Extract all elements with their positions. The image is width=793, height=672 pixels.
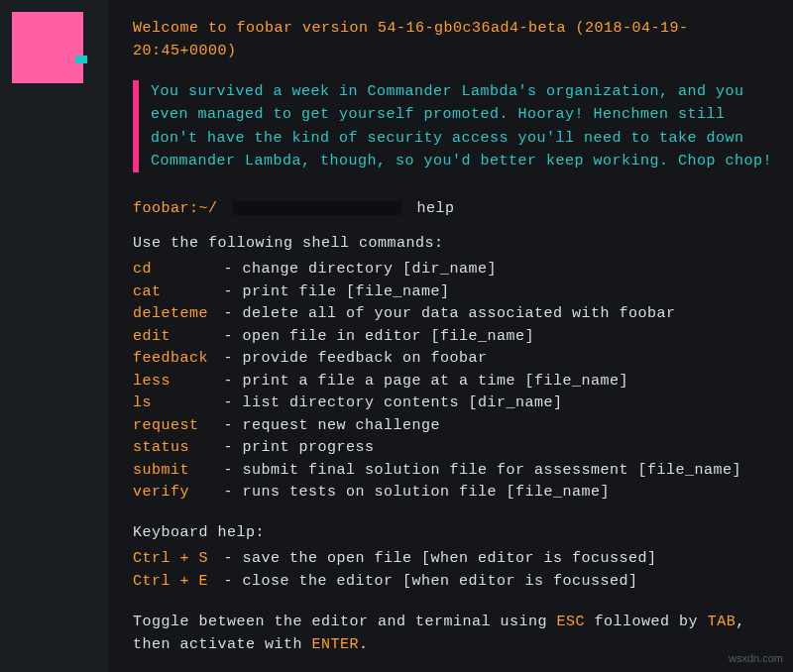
toggle-text: Toggle between the editor and terminal u… <box>133 614 557 630</box>
command-sep: - <box>214 305 243 322</box>
command-row: deleteme - delete all of your data assoc… <box>133 303 773 326</box>
command-desc: print a file a page at a time [file_name… <box>243 373 629 390</box>
keyboard-list: Ctrl + S - save the open file [when edit… <box>133 548 773 593</box>
command-list: cd - change directory [dir_name] cat - p… <box>133 259 773 504</box>
keyboard-intro: Keyboard help: <box>133 522 773 545</box>
command-desc: open file in editor [file_name] <box>243 328 535 345</box>
command-sep: - <box>214 328 243 345</box>
command-desc: runs tests on solution file [file_name] <box>243 484 611 501</box>
keyboard-sep: - <box>214 573 243 590</box>
keyboard-desc: save the open file [when editor is focus… <box>243 550 657 567</box>
command-row: feedback - provide feedback on foobar <box>133 348 773 371</box>
command-sep: - <box>214 484 243 501</box>
command-sep: - <box>214 439 243 456</box>
command-row: status - print progress <box>133 437 773 460</box>
command-name: deleteme <box>133 303 214 326</box>
command-sep: - <box>214 373 243 390</box>
avatar <box>12 12 83 83</box>
esc-key: ESC <box>557 614 586 630</box>
sidebar <box>0 0 109 672</box>
keyboard-desc: close the editor [when editor is focusse… <box>243 573 638 590</box>
command-row: request - request new challenge <box>133 415 773 438</box>
watermark: wsxdn.com <box>729 650 783 667</box>
enter-key: ENTER <box>312 636 360 653</box>
prompt-path: foobar:~/ <box>133 200 218 217</box>
command-sep: - <box>214 283 243 300</box>
keyboard-row: Ctrl + E - close the editor [when editor… <box>133 571 773 594</box>
command-name: status <box>133 437 214 460</box>
keyboard-row: Ctrl + S - save the open file [when edit… <box>133 548 773 571</box>
command-sep: - <box>214 417 243 434</box>
command-desc: print file [file_name] <box>243 283 450 300</box>
keyboard-combo: Ctrl + S <box>133 548 214 571</box>
command-row: cd - change directory [dir_name] <box>133 259 773 281</box>
command-sep: - <box>214 394 243 411</box>
command-name: submit <box>133 460 214 483</box>
command-row: cat - print file [file_name] <box>133 281 773 304</box>
command-desc: print progress <box>243 439 375 456</box>
prompt-line[interactable]: foobar:~/ help <box>133 198 773 221</box>
command-sep: - <box>214 462 243 479</box>
command-row: edit - open file in editor [file_name] <box>133 326 773 349</box>
story-message: You survived a week in Commander Lambda'… <box>133 80 773 172</box>
prompt-command: help <box>417 200 455 217</box>
command-desc: request new challenge <box>243 417 441 434</box>
toggle-hint: Toggle between the editor and terminal u… <box>133 611 773 657</box>
command-desc: delete all of your data associated with … <box>243 305 676 322</box>
welcome-banner: Welcome to foobar version 54-16-gb0c36ad… <box>133 18 773 62</box>
keyboard-combo: Ctrl + E <box>133 571 214 594</box>
terminal[interactable]: Welcome to foobar version 54-16-gb0c36ad… <box>109 0 793 672</box>
command-name: verify <box>133 482 214 504</box>
command-name: edit <box>133 326 214 349</box>
command-name: ls <box>133 392 214 415</box>
command-row: verify - runs tests on solution file [fi… <box>133 482 773 504</box>
keyboard-sep: - <box>214 550 243 567</box>
command-row: submit - submit final solution file for … <box>133 460 773 483</box>
toggle-text: . <box>359 636 369 653</box>
avatar-accent-icon <box>75 56 87 63</box>
command-name: less <box>133 371 214 393</box>
toggle-text: followed by <box>585 614 708 630</box>
command-name: cat <box>133 281 214 304</box>
command-name: request <box>133 415 214 438</box>
command-desc: submit final solution file for assessmen… <box>243 462 742 479</box>
command-name: cd <box>133 259 214 281</box>
command-sep: - <box>214 261 243 278</box>
help-intro: Use the following shell commands: <box>133 233 773 256</box>
command-desc: provide feedback on foobar <box>243 350 488 367</box>
tab-key: TAB <box>708 614 736 630</box>
command-row: ls - list directory contents [dir_name] <box>133 392 773 415</box>
prompt-redacted <box>233 201 401 215</box>
command-sep: - <box>214 350 243 367</box>
command-desc: change directory [dir_name] <box>243 261 498 278</box>
command-row: less - print a file a page at a time [fi… <box>133 371 773 393</box>
command-desc: list directory contents [dir_name] <box>243 394 563 411</box>
command-name: feedback <box>133 348 214 371</box>
